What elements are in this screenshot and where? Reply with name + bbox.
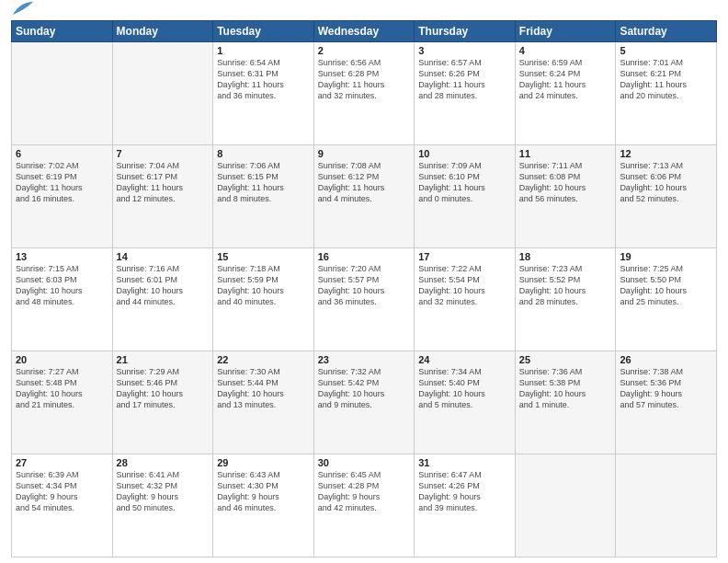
- day-info: Sunrise: 6:39 AM Sunset: 4:34 PM Dayligh…: [16, 469, 108, 514]
- calendar-cell: 11Sunrise: 7:11 AM Sunset: 6:08 PM Dayli…: [515, 145, 616, 248]
- calendar-cell: [515, 454, 616, 557]
- day-info: Sunrise: 6:45 AM Sunset: 4:28 PM Dayligh…: [318, 469, 411, 514]
- day-info: Sunrise: 7:34 AM Sunset: 5:40 PM Dayligh…: [418, 366, 511, 411]
- calendar-cell: 12Sunrise: 7:13 AM Sunset: 6:06 PM Dayli…: [616, 145, 717, 248]
- calendar-cell: 1Sunrise: 6:54 AM Sunset: 6:31 PM Daylig…: [213, 42, 314, 145]
- day-number: 21: [117, 354, 210, 365]
- day-info: Sunrise: 7:23 AM Sunset: 5:52 PM Dayligh…: [519, 263, 612, 308]
- calendar-cell: 17Sunrise: 7:22 AM Sunset: 5:54 PM Dayli…: [415, 248, 516, 351]
- calendar-cell: 27Sunrise: 6:39 AM Sunset: 4:34 PM Dayli…: [12, 454, 113, 557]
- day-number: 20: [16, 354, 108, 365]
- day-info: Sunrise: 7:20 AM Sunset: 5:57 PM Dayligh…: [318, 263, 411, 308]
- calendar-cell: 16Sunrise: 7:20 AM Sunset: 5:57 PM Dayli…: [313, 248, 415, 351]
- day-info: Sunrise: 7:22 AM Sunset: 5:54 PM Dayligh…: [418, 263, 511, 308]
- calendar-cell: 22Sunrise: 7:30 AM Sunset: 5:44 PM Dayli…: [213, 351, 314, 454]
- day-info: Sunrise: 6:56 AM Sunset: 6:28 PM Dayligh…: [318, 57, 411, 102]
- day-info: Sunrise: 7:02 AM Sunset: 6:19 PM Dayligh…: [16, 160, 108, 205]
- day-info: Sunrise: 7:18 AM Sunset: 5:59 PM Dayligh…: [217, 263, 310, 308]
- day-number: 30: [318, 457, 411, 468]
- calendar-cell: 9Sunrise: 7:08 AM Sunset: 6:12 PM Daylig…: [313, 145, 415, 248]
- day-info: Sunrise: 7:08 AM Sunset: 6:12 PM Dayligh…: [318, 160, 411, 205]
- calendar-cell: [616, 454, 717, 557]
- day-info: Sunrise: 7:15 AM Sunset: 6:03 PM Dayligh…: [16, 263, 108, 308]
- weekday-header-thursday: Thursday: [415, 21, 516, 42]
- day-info: Sunrise: 6:41 AM Sunset: 4:32 PM Dayligh…: [117, 469, 210, 514]
- day-number: 10: [418, 148, 511, 159]
- day-info: Sunrise: 7:16 AM Sunset: 6:01 PM Dayligh…: [117, 263, 210, 308]
- weekday-header-saturday: Saturday: [616, 21, 717, 42]
- calendar-cell: 23Sunrise: 7:32 AM Sunset: 5:42 PM Dayli…: [313, 351, 415, 454]
- week-row-2: 6Sunrise: 7:02 AM Sunset: 6:19 PM Daylig…: [12, 145, 717, 248]
- calendar-cell: 6Sunrise: 7:02 AM Sunset: 6:19 PM Daylig…: [12, 145, 113, 248]
- calendar-cell: 18Sunrise: 7:23 AM Sunset: 5:52 PM Dayli…: [515, 248, 616, 351]
- day-number: 6: [16, 148, 108, 159]
- weekday-header-row: SundayMondayTuesdayWednesdayThursdayFrid…: [12, 21, 717, 42]
- calendar-cell: 3Sunrise: 6:57 AM Sunset: 6:26 PM Daylig…: [415, 42, 516, 145]
- day-info: Sunrise: 7:36 AM Sunset: 5:38 PM Dayligh…: [519, 366, 612, 411]
- day-info: Sunrise: 7:30 AM Sunset: 5:44 PM Dayligh…: [217, 366, 310, 411]
- day-number: 19: [620, 251, 712, 262]
- day-number: 7: [117, 148, 210, 159]
- calendar-cell: 25Sunrise: 7:36 AM Sunset: 5:38 PM Dayli…: [515, 351, 616, 454]
- day-number: 5: [620, 45, 712, 56]
- calendar-cell: 26Sunrise: 7:38 AM Sunset: 5:36 PM Dayli…: [616, 351, 717, 454]
- day-info: Sunrise: 7:25 AM Sunset: 5:50 PM Dayligh…: [620, 263, 712, 308]
- day-number: 25: [519, 354, 612, 365]
- week-row-5: 27Sunrise: 6:39 AM Sunset: 4:34 PM Dayli…: [12, 454, 717, 557]
- day-info: Sunrise: 6:57 AM Sunset: 6:26 PM Dayligh…: [418, 57, 511, 102]
- day-info: Sunrise: 7:13 AM Sunset: 6:06 PM Dayligh…: [620, 160, 712, 205]
- weekday-header-monday: Monday: [112, 21, 213, 42]
- day-info: Sunrise: 7:01 AM Sunset: 6:21 PM Dayligh…: [620, 57, 712, 102]
- day-number: 4: [519, 45, 612, 56]
- day-info: Sunrise: 7:09 AM Sunset: 6:10 PM Dayligh…: [418, 160, 511, 205]
- day-info: Sunrise: 6:59 AM Sunset: 6:24 PM Dayligh…: [519, 57, 612, 102]
- day-info: Sunrise: 7:29 AM Sunset: 5:46 PM Dayligh…: [117, 366, 210, 411]
- calendar-cell: 10Sunrise: 7:09 AM Sunset: 6:10 PM Dayli…: [415, 145, 516, 248]
- calendar-cell: 30Sunrise: 6:45 AM Sunset: 4:28 PM Dayli…: [313, 454, 415, 557]
- calendar-cell: 14Sunrise: 7:16 AM Sunset: 6:01 PM Dayli…: [112, 248, 213, 351]
- calendar-table: SundayMondayTuesdayWednesdayThursdayFrid…: [11, 20, 717, 557]
- weekday-header-tuesday: Tuesday: [213, 21, 314, 42]
- day-info: Sunrise: 7:06 AM Sunset: 6:15 PM Dayligh…: [217, 160, 310, 205]
- calendar-cell: 31Sunrise: 6:47 AM Sunset: 4:26 PM Dayli…: [415, 454, 516, 557]
- day-number: 1: [217, 45, 310, 56]
- day-number: 8: [217, 148, 310, 159]
- logo-wing-icon: [13, 2, 33, 15]
- day-number: 15: [217, 251, 310, 262]
- calendar-cell: 24Sunrise: 7:34 AM Sunset: 5:40 PM Dayli…: [415, 351, 516, 454]
- day-number: 28: [117, 457, 210, 468]
- day-number: 16: [318, 251, 411, 262]
- calendar-cell: 2Sunrise: 6:56 AM Sunset: 6:28 PM Daylig…: [313, 42, 415, 145]
- day-info: Sunrise: 7:04 AM Sunset: 6:17 PM Dayligh…: [117, 160, 210, 205]
- calendar-cell: 13Sunrise: 7:15 AM Sunset: 6:03 PM Dayli…: [12, 248, 113, 351]
- day-info: Sunrise: 6:54 AM Sunset: 6:31 PM Dayligh…: [217, 57, 310, 102]
- calendar-cell: 29Sunrise: 6:43 AM Sunset: 4:30 PM Dayli…: [213, 454, 314, 557]
- day-number: 26: [620, 354, 712, 365]
- weekday-header-wednesday: Wednesday: [313, 21, 415, 42]
- calendar-cell: 21Sunrise: 7:29 AM Sunset: 5:46 PM Dayli…: [112, 351, 213, 454]
- header: [11, 9, 717, 15]
- calendar-cell: 19Sunrise: 7:25 AM Sunset: 5:50 PM Dayli…: [616, 248, 717, 351]
- day-number: 12: [620, 148, 712, 159]
- calendar-cell: [112, 42, 213, 145]
- day-number: 3: [418, 45, 511, 56]
- day-info: Sunrise: 7:27 AM Sunset: 5:48 PM Dayligh…: [16, 366, 108, 411]
- day-info: Sunrise: 6:47 AM Sunset: 4:26 PM Dayligh…: [418, 469, 511, 514]
- calendar-cell: 28Sunrise: 6:41 AM Sunset: 4:32 PM Dayli…: [112, 454, 213, 557]
- week-row-1: 1Sunrise: 6:54 AM Sunset: 6:31 PM Daylig…: [12, 42, 717, 145]
- day-info: Sunrise: 7:38 AM Sunset: 5:36 PM Dayligh…: [620, 366, 712, 411]
- day-number: 13: [16, 251, 108, 262]
- calendar-cell: 8Sunrise: 7:06 AM Sunset: 6:15 PM Daylig…: [213, 145, 314, 248]
- calendar-cell: [12, 42, 113, 145]
- day-number: 14: [117, 251, 210, 262]
- day-number: 18: [519, 251, 612, 262]
- day-number: 22: [217, 354, 310, 365]
- logo: [11, 9, 33, 15]
- weekday-header-friday: Friday: [515, 21, 616, 42]
- day-info: Sunrise: 7:11 AM Sunset: 6:08 PM Dayligh…: [519, 160, 612, 205]
- day-info: Sunrise: 6:43 AM Sunset: 4:30 PM Dayligh…: [217, 469, 310, 514]
- day-info: Sunrise: 7:32 AM Sunset: 5:42 PM Dayligh…: [318, 366, 411, 411]
- day-number: 31: [418, 457, 511, 468]
- day-number: 29: [217, 457, 310, 468]
- day-number: 9: [318, 148, 411, 159]
